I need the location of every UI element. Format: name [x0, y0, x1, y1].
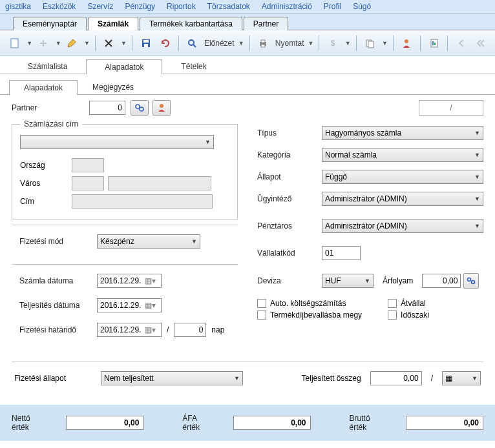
state-select[interactable]: Függő▼	[322, 170, 483, 184]
calendar-icon[interactable]: ▦▾	[145, 276, 156, 285]
menu-item[interactable]: Törzsadatok	[207, 2, 250, 11]
invoice-date-input[interactable]: 2016.12.29.▦▾	[97, 274, 162, 288]
vat-value	[233, 416, 311, 430]
company-code-input[interactable]	[322, 246, 361, 260]
paid-currency-select[interactable]: ▦▼	[442, 371, 481, 385]
sub-tabs: Alapadatok Megjegyzés	[0, 77, 495, 95]
periodic-label: Időszaki	[401, 311, 429, 320]
calendar-icon[interactable]: ▦▾	[145, 325, 156, 334]
edit-button[interactable]	[64, 34, 80, 52]
product-fee-label: Termékdíjbevallásba megy	[270, 311, 362, 320]
svg-rect-6	[261, 40, 265, 43]
tab-eventcalendar[interactable]: Eseménynaptár	[13, 17, 87, 30]
undo-button[interactable]	[156, 34, 173, 52]
currency-button[interactable]: $	[324, 34, 341, 52]
tab-invoice-list[interactable]: Számlalista	[9, 59, 86, 74]
country-label: Ország	[20, 161, 72, 170]
due-date-label: Fizetési határidő	[19, 325, 97, 334]
partner-user-button[interactable]	[153, 100, 171, 116]
payment-group: Fizetési módKészpénz▼	[12, 225, 238, 259]
dropdown-icon[interactable]: ▼	[56, 40, 61, 46]
zip-input[interactable]	[72, 176, 104, 190]
tab-products[interactable]: Termékek karbantartása	[140, 17, 242, 30]
country-input[interactable]	[72, 158, 104, 172]
due-date-input[interactable]: 2016.12.29.▦▾	[97, 323, 162, 337]
payment-method-select[interactable]: Készpénz▼	[97, 234, 200, 249]
paid-amount-input[interactable]	[370, 371, 422, 385]
payment-state-select[interactable]: Nem teljesített▼	[101, 371, 243, 385]
svg-point-18	[472, 281, 475, 284]
cashier-label: Pénztáros	[257, 221, 322, 230]
city-input[interactable]	[108, 176, 211, 190]
section-tabs: Számlalista Alapadatok Tételek	[0, 56, 495, 74]
report-button[interactable]	[426, 34, 442, 52]
paid-amount-label: Teljesített összeg	[302, 374, 361, 383]
menu-item[interactable]: Adminisztráció	[262, 2, 312, 11]
menu-item[interactable]: Szervíz	[87, 2, 113, 11]
preview-label: Előnézet	[204, 39, 235, 48]
subtab-basicdata[interactable]: Alapadatok	[9, 80, 78, 95]
delete-button[interactable]	[101, 34, 117, 52]
copy-button[interactable]	[362, 34, 378, 52]
partner-id-input[interactable]	[89, 101, 125, 115]
due-days-input[interactable]	[174, 323, 206, 337]
dropdown-icon[interactable]: ▼	[345, 40, 351, 46]
prev-button[interactable]	[453, 34, 469, 52]
auto-cost-checkbox[interactable]	[257, 299, 266, 308]
product-fee-checkbox[interactable]	[257, 311, 266, 320]
rate-input[interactable]	[422, 274, 461, 288]
print-button[interactable]	[255, 34, 271, 52]
partner-label: Partner	[12, 103, 89, 112]
periodic-checkbox[interactable]	[388, 311, 397, 320]
takeover-checkbox[interactable]	[388, 299, 397, 308]
payment-label: Fizetési mód	[19, 237, 97, 246]
menu-item[interactable]: gisztika	[5, 2, 31, 11]
new-button[interactable]	[6, 34, 23, 52]
svg-rect-7	[261, 45, 265, 47]
calendar-icon[interactable]: ▦▾	[145, 301, 156, 310]
tab-invoices[interactable]: Számlák	[88, 17, 138, 30]
user-button[interactable]	[399, 34, 415, 52]
save-button[interactable]	[138, 34, 154, 52]
rate-lookup-button[interactable]	[463, 273, 479, 289]
address-input[interactable]	[72, 194, 213, 209]
first-button[interactable]	[472, 34, 489, 52]
billing-address-select[interactable]: ▼	[20, 135, 214, 149]
tab-items[interactable]: Tételek	[162, 59, 225, 74]
type-select[interactable]: Hagyományos számla▼	[322, 126, 483, 140]
menu-item[interactable]: Pénzügy	[125, 2, 155, 11]
invoice-date-label: Számla dátuma	[19, 276, 97, 285]
totals-bar: Nettó érték ÁFA érték Bruttó érték	[0, 405, 495, 441]
dropdown-icon[interactable]: ▼	[84, 40, 90, 46]
fulfill-date-input[interactable]: 2016.12.29.▦▾	[97, 298, 162, 312]
subtab-note[interactable]: Megjegyzés	[78, 79, 149, 94]
svg-point-14	[136, 105, 140, 108]
dropdown-icon[interactable]: ▼	[308, 40, 314, 46]
rate-label: Árfolyam	[383, 276, 413, 285]
menu-item[interactable]: Súgó	[353, 2, 371, 11]
dropdown-icon[interactable]: ▼	[238, 40, 244, 46]
menu-item[interactable]: Profil	[324, 2, 341, 11]
days-unit-label: nap	[206, 325, 224, 334]
clerk-select[interactable]: Adminisztrátor (ADMIN)▼	[322, 192, 483, 206]
category-label: Kategória	[257, 150, 322, 159]
dropdown-icon[interactable]: ▼	[26, 40, 32, 46]
gross-label: Bruttó érték	[350, 414, 386, 432]
dropdown-icon[interactable]: ▼	[382, 40, 388, 46]
takeover-label: Átvállal	[401, 299, 426, 308]
menu-item[interactable]: Eszközök	[43, 2, 76, 11]
preview-button[interactable]	[184, 34, 200, 52]
partner-search-button[interactable]	[131, 100, 149, 116]
svg-point-10	[405, 39, 408, 43]
address-label: Cím	[20, 197, 72, 206]
menu-item[interactable]: Riportok	[167, 2, 196, 11]
dates-group: Számla dátuma2016.12.29.▦▾ Teljesítés dá…	[12, 264, 238, 347]
category-select[interactable]: Normál számla▼	[322, 148, 483, 162]
add-button[interactable]	[35, 34, 51, 52]
tab-basicdata[interactable]: Alapadatok	[86, 59, 162, 74]
tab-partner[interactable]: Partner	[244, 17, 288, 30]
document-tabs: Eseménynaptár Számlák Termékek karbantar…	[0, 14, 495, 30]
cashier-select[interactable]: Adminisztrátor (ADMIN)▼	[322, 219, 483, 233]
currency-select[interactable]: HUF▼	[322, 274, 374, 288]
dropdown-icon[interactable]: ▼	[121, 40, 127, 46]
